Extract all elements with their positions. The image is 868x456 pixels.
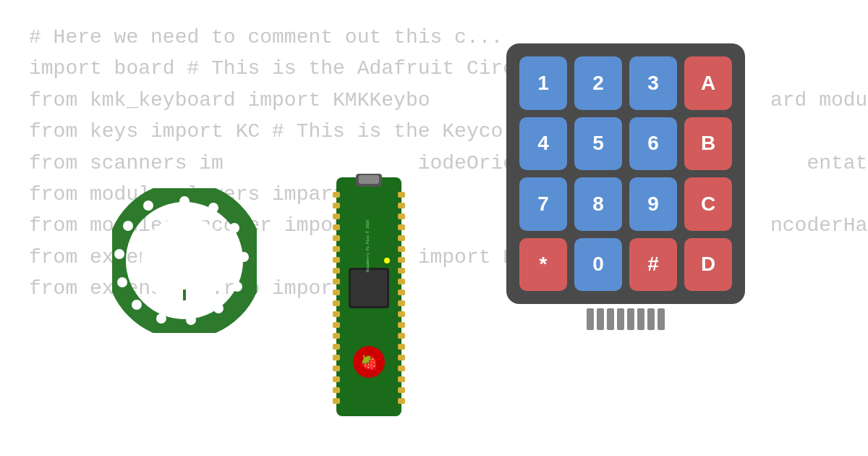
connector-pin	[617, 308, 624, 330]
svg-rect-53	[398, 366, 405, 371]
svg-rect-50	[398, 333, 405, 339]
svg-rect-48	[398, 311, 405, 317]
svg-rect-44	[398, 268, 405, 274]
svg-rect-29	[333, 322, 340, 328]
svg-text:🍓: 🍓	[360, 354, 378, 372]
svg-point-3	[208, 203, 218, 213]
neopixel-ring	[112, 188, 257, 333]
svg-point-12	[114, 249, 124, 259]
svg-point-9	[156, 313, 166, 324]
svg-rect-51	[398, 344, 405, 350]
svg-rect-24	[333, 268, 340, 274]
raspberry-pi-pico: 🍓 Raspberry Pi Pico © 2020	[333, 174, 405, 420]
keypad-key-d: D	[684, 238, 732, 292]
keypad-key-6: 6	[629, 117, 677, 171]
keypad-4x4: 123A456B789C*0#D	[506, 43, 745, 333]
connector-pin	[587, 308, 594, 330]
keypad-key-2: 2	[574, 56, 622, 110]
svg-point-8	[186, 315, 196, 325]
connector-pin	[658, 308, 665, 330]
svg-rect-54	[398, 376, 405, 382]
svg-rect-60	[351, 270, 387, 306]
keypad-key-1: 1	[519, 56, 567, 110]
svg-point-14	[143, 200, 153, 211]
svg-rect-45	[398, 279, 405, 284]
svg-rect-39	[398, 214, 405, 219]
keypad-key-c: C	[684, 177, 732, 231]
keypad-connector	[506, 308, 745, 330]
svg-rect-49	[398, 322, 405, 328]
svg-point-2	[179, 196, 190, 206]
svg-rect-36	[333, 398, 340, 404]
svg-point-13	[123, 221, 133, 231]
svg-point-5	[239, 252, 249, 262]
svg-rect-52	[398, 355, 405, 360]
svg-rect-17	[333, 192, 340, 198]
keypad-key-star: *	[519, 238, 567, 292]
keypad-key-7: 7	[519, 177, 567, 231]
svg-rect-21	[333, 235, 340, 241]
svg-rect-40	[398, 224, 405, 230]
connector-pin	[597, 308, 604, 330]
svg-rect-41	[398, 235, 405, 241]
svg-rect-35	[333, 387, 340, 393]
keypad-key-5: 5	[574, 117, 622, 171]
connector-pin	[637, 308, 644, 330]
svg-rect-43	[398, 257, 405, 263]
svg-point-6	[232, 282, 242, 292]
svg-point-11	[117, 277, 127, 287]
keypad-grid: 123A456B789C*0#D	[506, 43, 745, 304]
svg-rect-33	[333, 366, 340, 371]
svg-rect-18	[333, 203, 340, 208]
svg-rect-19	[333, 214, 340, 219]
svg-rect-26	[333, 290, 340, 295]
svg-rect-25	[333, 279, 340, 284]
svg-rect-38	[398, 203, 405, 208]
svg-rect-32	[333, 355, 340, 360]
keypad-key-0: 0	[574, 238, 622, 292]
connector-pin	[647, 308, 655, 330]
svg-rect-42	[398, 246, 405, 252]
svg-rect-46	[398, 290, 405, 295]
svg-rect-30	[333, 333, 340, 339]
connector-pin	[607, 308, 614, 330]
keypad-key-8: 8	[574, 177, 622, 231]
svg-rect-37	[398, 192, 405, 198]
svg-rect-56	[398, 398, 405, 404]
keypad-key-a: A	[684, 56, 732, 110]
illustrations-container: 🍓 Raspberry Pi Pico © 2020 123A456B789C*…	[0, 0, 868, 456]
keypad-key-9: 9	[629, 177, 677, 231]
svg-rect-47	[398, 300, 405, 306]
svg-rect-20	[333, 224, 340, 230]
svg-rect-34	[333, 376, 340, 382]
svg-rect-22	[333, 246, 340, 252]
svg-rect-58	[359, 175, 379, 184]
keypad-key-3: 3	[629, 56, 677, 110]
svg-rect-31	[333, 344, 340, 350]
connector-pin	[627, 308, 634, 330]
svg-text:Raspberry Pi Pico © 2020: Raspberry Pi Pico © 2020	[365, 220, 370, 272]
svg-point-61	[384, 258, 390, 263]
svg-rect-28	[333, 311, 340, 317]
svg-point-10	[132, 300, 142, 310]
keypad-key-hash: #	[629, 238, 677, 292]
svg-point-4	[229, 223, 239, 233]
svg-rect-27	[333, 300, 340, 306]
keypad-key-b: B	[684, 117, 732, 171]
svg-rect-55	[398, 387, 405, 393]
keypad-key-4: 4	[519, 117, 567, 171]
svg-point-7	[213, 303, 224, 313]
svg-rect-23	[333, 257, 340, 263]
